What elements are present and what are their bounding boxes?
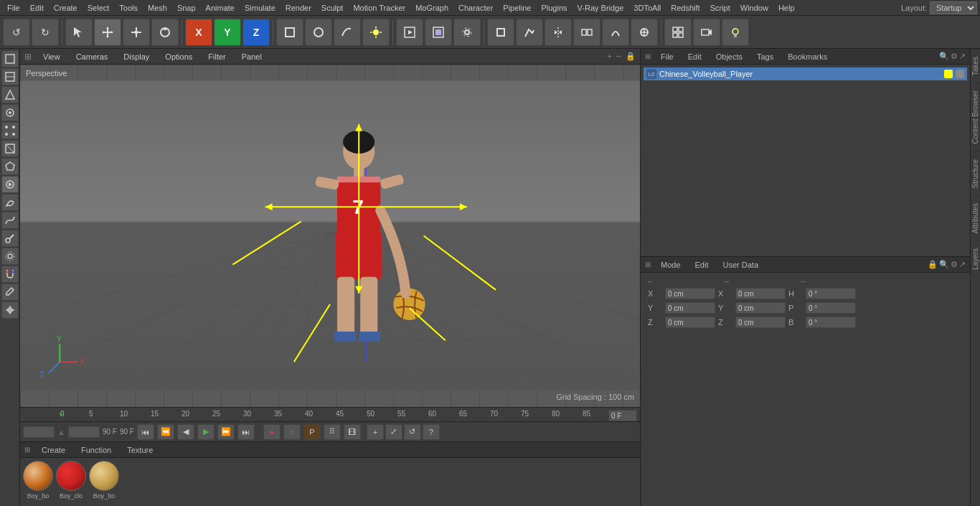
mirror-button[interactable] [545,19,572,46]
light-obj-button[interactable] [362,19,390,46]
tab-layers[interactable]: Layers [971,240,980,277]
record-button[interactable]: ● [263,424,281,440]
options-menu[interactable]: Options [161,51,197,62]
objects-bookmarks-btn[interactable]: Bookmarks [783,52,831,62]
goto-start-button[interactable]: ⏮ [137,424,154,440]
menu-animate[interactable]: Animate [202,2,239,14]
attr-h-input[interactable] [806,288,856,299]
object-vis-toggle[interactable] [956,70,964,78]
step-forward-button[interactable]: ⏩ [217,424,235,440]
undo-button[interactable]: ↺ [3,19,30,46]
attr-x-size-input[interactable] [735,288,786,299]
tool-uvw[interactable] [1,86,19,103]
motionpath-button[interactable]: ⠿ [324,424,341,440]
menu-plugins[interactable]: Plugins [537,2,571,14]
menu-simulate[interactable]: Simulate [240,2,280,14]
tool-settings2[interactable] [1,248,19,265]
z-axis-button[interactable]: Z [242,19,270,46]
tab-takes[interactable]: Takes [971,49,980,83]
menu-redshift[interactable]: Redshift [666,2,704,14]
view-menu[interactable]: View [39,51,65,62]
tool-edges[interactable] [1,140,19,157]
symmetry-button[interactable] [573,19,600,46]
autokey-button[interactable]: P [303,424,321,440]
spline-pen-button[interactable] [516,19,543,46]
attr-settings-icon[interactable]: ⚙ [951,260,958,269]
menu-mograph[interactable]: MoGraph [411,2,453,14]
light-button[interactable] [722,19,749,46]
x-axis-button[interactable]: X [185,19,212,46]
layout-dropdown[interactable]: Startup [930,1,977,14]
attr-user-data-btn[interactable]: User Data [719,260,763,270]
attr-b-input[interactable] [806,317,856,328]
panel-menu[interactable]: Panel [237,51,266,62]
goto-end-button[interactable]: ⏭ [237,424,255,440]
scale-tool-button[interactable] [123,19,150,46]
material-item-1[interactable]: Boy_clo [56,461,86,503]
tool-model[interactable] [1,50,19,67]
effector-button[interactable] [631,19,658,46]
tool-paint[interactable] [1,284,19,301]
menu-select[interactable]: Select [83,2,114,14]
step-back-button[interactable]: ⏪ [157,424,174,440]
polygon-obj-button[interactable] [276,19,303,46]
tool-weight[interactable] [1,104,19,121]
menu-pipeline[interactable]: Pipeline [499,2,535,14]
viewport[interactable]: 7 [20,65,640,407]
menu-vray[interactable]: V-Ray Bridge [573,2,628,14]
menu-window[interactable]: Window [736,2,773,14]
y-axis-button[interactable]: Y [214,19,241,46]
viewport-icon-expand[interactable]: + [608,52,612,61]
objects-objects-btn[interactable]: Objects [712,52,747,62]
display-menu[interactable]: Display [119,51,154,62]
menu-motion-tracker[interactable]: Motion Tracker [349,2,410,14]
tool-live[interactable] [1,176,19,193]
attr-expand-icon[interactable]: ↗ [959,260,966,269]
object-row-player[interactable]: L0 Chinese_Volleyball_Player [644,67,967,80]
cameras-menu[interactable]: Cameras [72,51,113,62]
tab-structure[interactable]: Structure [971,151,980,196]
end-frame-input-right[interactable] [608,410,637,421]
menu-sculpt[interactable]: Sculpt [317,2,348,14]
tool-magnet[interactable] [1,266,19,283]
viewport-icon-lock[interactable]: 🔒 [626,52,636,61]
tool-snap2[interactable] [1,301,19,319]
render-to-po-button[interactable] [425,19,452,46]
current-frame-input[interactable]: 0 F [23,426,55,438]
redo-button[interactable]: ↻ [32,19,59,46]
tab-attributes[interactable]: Attributes [971,195,980,240]
menu-render[interactable]: Render [281,2,316,14]
objects-tags-btn[interactable]: Tags [753,52,778,62]
object-color-swatch[interactable] [944,70,953,78]
menu-tools[interactable]: Tools [115,2,142,14]
material-texture-btn[interactable]: Texture [123,445,157,455]
attr-z-size-input[interactable] [735,317,786,328]
material-item-2[interactable]: Boy_bo [89,461,119,503]
tool-texture[interactable] [1,68,19,85]
play-rev-button[interactable]: ◀ [177,424,194,440]
key-info-button[interactable]: ? [423,424,440,440]
tool-measure[interactable] [1,230,19,247]
attr-lock-icon[interactable]: 🔒 [928,260,938,269]
menu-mesh[interactable]: Mesh [143,2,171,14]
tool-sculpt[interactable] [1,194,19,211]
settings-icon[interactable]: ⚙ [951,52,958,61]
objects-edit-btn[interactable]: Edit [684,52,706,62]
menu-edit[interactable]: Edit [26,2,48,14]
tab-content-browser[interactable]: Content Browser [971,83,980,151]
attr-edit-btn[interactable]: Edit [691,260,713,270]
menu-help[interactable]: Help [774,2,799,14]
menu-character[interactable]: Character [454,2,497,14]
tool-points[interactable] [1,122,19,139]
view-cube-front[interactable] [487,19,514,46]
select-tool-button[interactable] [65,19,93,46]
move-tool-button[interactable] [94,19,121,46]
search-icon[interactable]: 🔍 [939,52,949,61]
spline-obj-button[interactable] [334,19,361,46]
material-item-0[interactable]: Boy_bo [23,461,53,503]
attr-p-input[interactable] [806,302,856,314]
material-function-btn[interactable]: Function [77,445,116,455]
attr-x-pos-input[interactable] [665,288,715,299]
objects-file-btn[interactable]: File [656,52,678,62]
key-rot-button[interactable]: ↺ [404,424,421,440]
